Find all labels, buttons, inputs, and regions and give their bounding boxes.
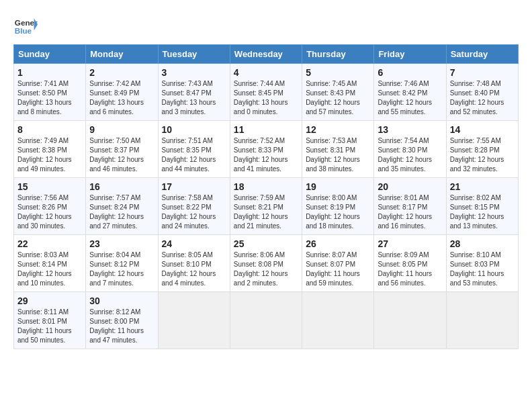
calendar-day-cell: 4Sunrise: 7:44 AM Sunset: 8:45 PM Daylig… (230, 64, 302, 121)
day-number: 17 (162, 181, 226, 192)
day-info: Sunrise: 8:07 AM Sunset: 8:07 PM Dayligh… (306, 250, 370, 288)
calendar-day-cell: 1Sunrise: 7:41 AM Sunset: 8:50 PM Daylig… (14, 64, 86, 121)
calendar-day-cell: 2Sunrise: 7:42 AM Sunset: 8:49 PM Daylig… (86, 64, 158, 121)
calendar-day-cell: 10Sunrise: 7:51 AM Sunset: 8:35 PM Dayli… (158, 121, 230, 178)
calendar-day-cell: 30Sunrise: 8:12 AM Sunset: 8:00 PM Dayli… (86, 292, 158, 349)
day-number: 9 (89, 124, 154, 135)
day-number: 30 (89, 295, 154, 306)
day-info: Sunrise: 7:54 AM Sunset: 8:30 PM Dayligh… (378, 136, 442, 174)
calendar-day-cell: 24Sunrise: 8:05 AM Sunset: 8:10 PM Dayli… (158, 235, 230, 292)
calendar-day-cell: 8Sunrise: 7:49 AM Sunset: 8:38 PM Daylig… (14, 121, 86, 178)
day-number: 14 (450, 124, 515, 135)
calendar-day-cell: 12Sunrise: 7:53 AM Sunset: 8:31 PM Dayli… (302, 121, 374, 178)
calendar-day-cell (446, 292, 518, 349)
day-number: 1 (17, 67, 82, 78)
logo: General Blue (13, 13, 38, 38)
day-info: Sunrise: 7:48 AM Sunset: 8:40 PM Dayligh… (450, 79, 515, 117)
day-info: Sunrise: 7:45 AM Sunset: 8:43 PM Dayligh… (306, 79, 370, 117)
day-info: Sunrise: 7:50 AM Sunset: 8:37 PM Dayligh… (89, 136, 154, 174)
day-number: 10 (162, 124, 226, 135)
calendar-day-cell (230, 292, 302, 349)
weekday-header-tuesday: Tuesday (158, 45, 230, 64)
logo-icon: General Blue (13, 13, 38, 38)
weekday-header-saturday: Saturday (446, 45, 518, 64)
day-number: 12 (306, 124, 370, 135)
calendar-day-cell: 3Sunrise: 7:43 AM Sunset: 8:47 PM Daylig… (158, 64, 230, 121)
day-info: Sunrise: 8:04 AM Sunset: 8:12 PM Dayligh… (89, 250, 154, 288)
calendar-day-cell: 5Sunrise: 7:45 AM Sunset: 8:43 PM Daylig… (302, 64, 374, 121)
calendar-day-cell: 19Sunrise: 8:00 AM Sunset: 8:19 PM Dayli… (302, 178, 374, 235)
day-info: Sunrise: 7:51 AM Sunset: 8:35 PM Dayligh… (162, 136, 226, 174)
day-number: 3 (162, 67, 226, 78)
day-info: Sunrise: 7:55 AM Sunset: 8:28 PM Dayligh… (450, 136, 515, 174)
day-number: 2 (89, 67, 154, 78)
calendar-day-cell: 15Sunrise: 7:56 AM Sunset: 8:26 PM Dayli… (14, 178, 86, 235)
weekday-header-row: SundayMondayTuesdayWednesdayThursdayFrid… (14, 45, 519, 64)
day-info: Sunrise: 7:49 AM Sunset: 8:38 PM Dayligh… (17, 136, 82, 174)
day-info: Sunrise: 7:59 AM Sunset: 8:21 PM Dayligh… (234, 193, 298, 231)
day-info: Sunrise: 7:43 AM Sunset: 8:47 PM Dayligh… (162, 79, 226, 117)
calendar-day-cell: 29Sunrise: 8:11 AM Sunset: 8:01 PM Dayli… (14, 292, 86, 349)
day-info: Sunrise: 7:56 AM Sunset: 8:26 PM Dayligh… (17, 193, 82, 231)
day-info: Sunrise: 7:57 AM Sunset: 8:24 PM Dayligh… (89, 193, 154, 231)
day-number: 28 (450, 238, 515, 249)
day-number: 23 (89, 238, 154, 249)
calendar-day-cell: 22Sunrise: 8:03 AM Sunset: 8:14 PM Dayli… (14, 235, 86, 292)
calendar-week-row: 29Sunrise: 8:11 AM Sunset: 8:01 PM Dayli… (14, 292, 519, 349)
day-number: 4 (234, 67, 298, 78)
calendar-day-cell: 6Sunrise: 7:46 AM Sunset: 8:42 PM Daylig… (374, 64, 446, 121)
day-number: 24 (162, 238, 226, 249)
day-info: Sunrise: 7:44 AM Sunset: 8:45 PM Dayligh… (234, 79, 298, 117)
day-info: Sunrise: 8:05 AM Sunset: 8:10 PM Dayligh… (162, 250, 226, 288)
calendar-day-cell (374, 292, 446, 349)
day-info: Sunrise: 8:01 AM Sunset: 8:17 PM Dayligh… (378, 193, 442, 231)
calendar-day-cell: 7Sunrise: 7:48 AM Sunset: 8:40 PM Daylig… (446, 64, 518, 121)
svg-text:Blue: Blue (15, 26, 32, 35)
calendar-week-row: 1Sunrise: 7:41 AM Sunset: 8:50 PM Daylig… (14, 64, 519, 121)
day-number: 8 (17, 124, 82, 135)
calendar-day-cell: 11Sunrise: 7:52 AM Sunset: 8:33 PM Dayli… (230, 121, 302, 178)
day-number: 20 (378, 181, 442, 192)
day-number: 18 (234, 181, 298, 192)
page-header: General Blue (13, 13, 519, 38)
day-number: 11 (234, 124, 298, 135)
day-info: Sunrise: 7:58 AM Sunset: 8:22 PM Dayligh… (162, 193, 226, 231)
day-info: Sunrise: 8:03 AM Sunset: 8:14 PM Dayligh… (17, 250, 82, 288)
calendar-day-cell: 28Sunrise: 8:10 AM Sunset: 8:03 PM Dayli… (446, 235, 518, 292)
calendar-week-row: 8Sunrise: 7:49 AM Sunset: 8:38 PM Daylig… (14, 121, 519, 178)
calendar-day-cell (302, 292, 374, 349)
weekday-header-thursday: Thursday (302, 45, 374, 64)
calendar-day-cell (158, 292, 230, 349)
calendar-day-cell: 26Sunrise: 8:07 AM Sunset: 8:07 PM Dayli… (302, 235, 374, 292)
calendar-day-cell: 27Sunrise: 8:09 AM Sunset: 8:05 PM Dayli… (374, 235, 446, 292)
calendar-day-cell: 9Sunrise: 7:50 AM Sunset: 8:37 PM Daylig… (86, 121, 158, 178)
day-info: Sunrise: 8:10 AM Sunset: 8:03 PM Dayligh… (450, 250, 515, 288)
day-number: 29 (17, 295, 82, 306)
weekday-header-friday: Friday (374, 45, 446, 64)
weekday-header-wednesday: Wednesday (230, 45, 302, 64)
day-info: Sunrise: 7:41 AM Sunset: 8:50 PM Dayligh… (17, 79, 82, 117)
calendar-table: SundayMondayTuesdayWednesdayThursdayFrid… (13, 44, 519, 349)
weekday-header-monday: Monday (86, 45, 158, 64)
day-number: 16 (89, 181, 154, 192)
calendar-day-cell: 21Sunrise: 8:02 AM Sunset: 8:15 PM Dayli… (446, 178, 518, 235)
calendar-week-row: 22Sunrise: 8:03 AM Sunset: 8:14 PM Dayli… (14, 235, 519, 292)
day-number: 15 (17, 181, 82, 192)
calendar-day-cell: 18Sunrise: 7:59 AM Sunset: 8:21 PM Dayli… (230, 178, 302, 235)
day-number: 6 (378, 67, 442, 78)
calendar-day-cell: 23Sunrise: 8:04 AM Sunset: 8:12 PM Dayli… (86, 235, 158, 292)
day-info: Sunrise: 8:00 AM Sunset: 8:19 PM Dayligh… (306, 193, 370, 231)
day-number: 25 (234, 238, 298, 249)
day-info: Sunrise: 7:52 AM Sunset: 8:33 PM Dayligh… (234, 136, 298, 174)
day-number: 7 (450, 67, 515, 78)
day-number: 21 (450, 181, 515, 192)
day-info: Sunrise: 7:42 AM Sunset: 8:49 PM Dayligh… (89, 79, 154, 117)
day-info: Sunrise: 8:02 AM Sunset: 8:15 PM Dayligh… (450, 193, 515, 231)
day-number: 13 (378, 124, 442, 135)
day-number: 5 (306, 67, 370, 78)
day-number: 19 (306, 181, 370, 192)
day-info: Sunrise: 8:06 AM Sunset: 8:08 PM Dayligh… (234, 250, 298, 288)
day-number: 27 (378, 238, 442, 249)
calendar-day-cell: 25Sunrise: 8:06 AM Sunset: 8:08 PM Dayli… (230, 235, 302, 292)
day-info: Sunrise: 8:09 AM Sunset: 8:05 PM Dayligh… (378, 250, 442, 288)
